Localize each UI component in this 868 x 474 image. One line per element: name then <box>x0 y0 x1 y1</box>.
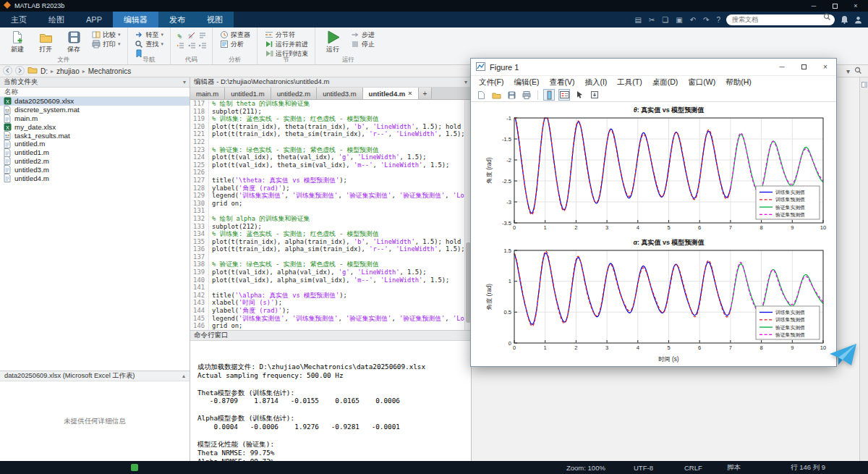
save-button[interactable]: 保存 <box>61 29 86 54</box>
notifications-icon[interactable] <box>841 12 848 27</box>
file-details-header[interactable]: data20250609.xlsx (Microsoft Excel 工作表) … <box>0 371 190 381</box>
zoom-level[interactable]: Zoom: 100% <box>566 461 605 474</box>
step-button[interactable]: 步进 <box>349 30 376 39</box>
name-column-header[interactable]: 名称 <box>0 88 190 97</box>
file-item-my_date.xlsx[interactable]: Xmy_date.xlsx <box>0 122 190 131</box>
eol-indicator[interactable]: CRLF <box>684 461 702 474</box>
editor-tab-main.m[interactable]: main.m <box>190 88 225 99</box>
help-icon[interactable]: ? <box>716 16 720 24</box>
figure-menu-帮助[interactable]: 帮助(H) <box>720 77 757 88</box>
profiler-button[interactable]: 探查器 <box>218 30 252 39</box>
file-item-data20250609.xlsx[interactable]: Xdata20250609.xlsx <box>0 97 190 106</box>
file-item-untitled1.m[interactable]: untitled1.m <box>0 148 190 157</box>
collapse-details-icon[interactable]: ▴ <box>182 373 185 379</box>
run-button[interactable]: 运行 <box>320 29 345 54</box>
breadcrumb[interactable]: D:▸zhujiao▸Mechatronics <box>41 67 131 75</box>
editor-tab-untitled3.m[interactable]: untitled3.m <box>317 88 362 99</box>
print-button[interactable]: 打印▾ <box>90 40 122 48</box>
encoding-indicator[interactable]: UTF-8 <box>634 461 653 474</box>
editor-tab-untitled1.m[interactable]: untitled1.m <box>225 88 271 99</box>
analyze-button[interactable]: 分析 <box>218 40 252 48</box>
new-tab-button[interactable]: + <box>419 88 433 99</box>
insert-colorbar-icon[interactable] <box>543 89 555 101</box>
file-item-main.m[interactable]: main.m <box>0 114 190 123</box>
redo-icon[interactable]: ↷ <box>703 16 709 24</box>
command-window[interactable]: 成功加载数据文件: D:\zhujiao\Mechatronics\data20… <box>190 341 471 461</box>
code-editor[interactable]: 117% 绘制 theta 的训练集和验证集118subplot(211);11… <box>190 100 471 330</box>
figure-maximize-button[interactable] <box>793 59 814 76</box>
wrapcomment-icon-button[interactable] <box>197 30 207 40</box>
editor-tab-untitled2.m[interactable]: untitled2.m <box>271 88 317 99</box>
floating-paperplane-icon[interactable] <box>829 343 858 369</box>
file-item-untitled2.m[interactable]: untitled2.m <box>0 157 190 166</box>
svg-text:8: 8 <box>760 344 763 351</box>
save-icon[interactable]: ▤ <box>634 16 641 24</box>
ribbon-tab-view[interactable]: 视图 <box>196 12 234 27</box>
undo-icon[interactable]: ↶ <box>690 16 696 24</box>
open-button[interactable]: 打开 <box>33 29 58 54</box>
figure-menu-编辑[interactable]: 编辑(E) <box>509 77 544 88</box>
minimize-button[interactable]: ─ <box>805 0 822 12</box>
new-button[interactable]: 新建 <box>5 29 30 54</box>
find-button[interactable]: 查找▾ <box>133 40 166 48</box>
breadcrumb-part[interactable]: D: <box>41 67 48 75</box>
cut-icon[interactable]: ✂ <box>649 16 655 24</box>
indentright-icon-button[interactable] <box>197 41 207 50</box>
ribbon-tab-home[interactable]: 主页 <box>0 12 38 27</box>
ribbon-tab-publish[interactable]: 发布 <box>158 12 196 27</box>
figure-menu-工具[interactable]: 工具(T) <box>612 77 647 88</box>
folder-search-icon[interactable] <box>854 67 862 76</box>
ribbon-tab-apps[interactable]: APP <box>75 12 113 27</box>
file-item-untitled3.m[interactable]: untitled3.m <box>0 165 190 174</box>
minimized-panel-icon[interactable] <box>861 80 867 461</box>
open-file-icon[interactable] <box>490 89 502 101</box>
smartindent-icon-button[interactable] <box>176 41 185 50</box>
sign-in-icon[interactable] <box>854 12 862 27</box>
comment-icon-button[interactable]: % <box>176 30 185 40</box>
figure-minimize-button[interactable]: ─ <box>771 59 793 76</box>
uncomment-icon-button[interactable]: % <box>187 30 196 40</box>
editor-panel-menu-icon[interactable]: ▾ <box>464 79 467 85</box>
forward-icon[interactable] <box>15 66 25 77</box>
search-icon[interactable] <box>823 13 831 22</box>
figure-menu-窗口[interactable]: 窗口(W) <box>683 77 720 88</box>
runadvance-button[interactable]: 运行并前进 <box>263 40 310 48</box>
figure-menu-桌面[interactable]: 桌面(D) <box>647 77 684 88</box>
figure-menu-文件[interactable]: 文件(F) <box>474 77 509 88</box>
secbreak-button[interactable]: 分节符 <box>263 30 310 39</box>
file-item-task1_results.mat[interactable]: task1_results.mat <box>0 131 190 140</box>
panel-menu-icon[interactable]: ▾ <box>183 79 186 85</box>
close-button[interactable]: × <box>847 0 864 12</box>
editor-tab-untitled4.m[interactable]: untitled4.m× <box>363 88 419 99</box>
figure-menu-查看[interactable]: 查看(V) <box>544 77 579 88</box>
figure-close-button[interactable]: × <box>814 59 836 76</box>
back-icon[interactable] <box>3 66 12 77</box>
path-dropdown-icon[interactable]: ▾ <box>846 67 850 75</box>
taskbar-app-icon[interactable] <box>131 464 138 471</box>
indentleft-icon-button[interactable] <box>187 41 196 50</box>
compare-button[interactable]: 比较▾ <box>90 30 122 39</box>
edit-plot-icon[interactable] <box>574 89 585 101</box>
goto-button[interactable]: 转至▾ <box>133 30 166 39</box>
stop-button[interactable]: 停止 <box>349 40 376 48</box>
file-item-discrete_system.mat[interactable]: discrete_system.mat <box>0 106 190 114</box>
ribbon-tab-plots[interactable]: 绘图 <box>38 12 75 27</box>
maximize-button[interactable] <box>826 0 843 12</box>
dock-figure-icon[interactable] <box>589 89 600 101</box>
ribbon-tab-editor[interactable]: 编辑器 <box>113 12 158 27</box>
close-tab-icon[interactable]: × <box>408 90 412 97</box>
figure-title-bar[interactable]: Figure 1 ─ × <box>471 59 836 76</box>
save-figure-icon[interactable] <box>506 89 517 101</box>
browse-folder-icon[interactable] <box>27 66 38 76</box>
search-documentation-input[interactable] <box>726 14 835 25</box>
file-item-untitled.m[interactable]: untitled.m <box>0 140 190 148</box>
breadcrumb-part[interactable]: zhujiao <box>56 67 80 75</box>
figure-menu-插入[interactable]: 插入(I) <box>579 77 612 88</box>
print-figure-icon[interactable] <box>521 89 532 101</box>
breadcrumb-part[interactable]: Mechatronics <box>88 67 131 75</box>
file-item-untitled4.m[interactable]: untitled4.m <box>0 174 190 182</box>
new-figure-icon[interactable] <box>475 89 487 101</box>
copy-icon[interactable]: ❏ <box>662 16 668 24</box>
paste-icon[interactable]: ▣ <box>676 16 682 24</box>
insert-legend-icon[interactable] <box>558 89 570 101</box>
